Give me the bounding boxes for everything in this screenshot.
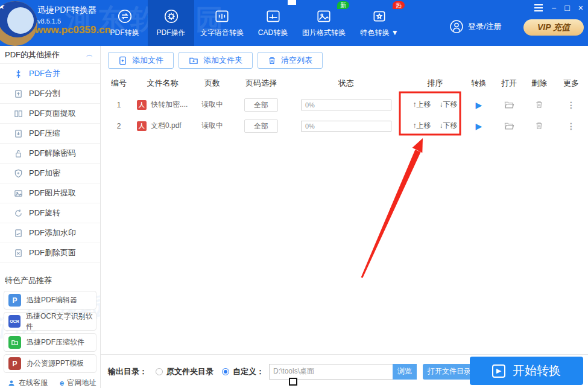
sidebar-item-pdf-encrypt[interactable]: PDF加密 — [0, 164, 100, 183]
sidebar-group-header[interactable]: PDF的其他操作 ︿ — [0, 46, 100, 64]
convert-play-button[interactable]: ▶ — [464, 100, 494, 110]
merge-icon — [13, 69, 23, 78]
sidebar-item-pdf-watermark[interactable]: PDF添加水印 — [0, 223, 100, 243]
sidebar-item-pdf-remove-password[interactable]: PDF解除密码 — [0, 144, 100, 164]
radio-custom[interactable] — [222, 368, 229, 375]
online-support-link[interactable]: 在线客服 — [7, 378, 48, 388]
output-path-input[interactable] — [269, 364, 393, 380]
split-icon — [13, 89, 23, 98]
user-icon — [449, 19, 464, 34]
star-icon — [371, 8, 387, 24]
file-name: 快转加密.... — [151, 100, 188, 110]
table-row: 2 人 文档0.pdf 读取中 全部 0% ↑上移 ↓下移 ▶ ⋮ — [101, 115, 588, 136]
file-name-cell: 人 快转加密.... — [137, 100, 188, 110]
login-register-link[interactable]: 登录/注册 — [449, 19, 502, 34]
ocr-icon: OCR — [8, 315, 21, 328]
add-file-button[interactable]: 添加文件 — [108, 52, 174, 69]
col-header: 编号 — [101, 78, 137, 89]
ppt-icon: P — [8, 357, 21, 370]
official-site-link[interactable]: e 官网地址 — [60, 378, 96, 388]
open-folder-icon[interactable] — [494, 101, 524, 109]
app-title: 迅捷PDF转换器 — [37, 5, 96, 16]
menu-icon[interactable] — [534, 4, 543, 11]
tab-label: PDF转换 — [110, 28, 139, 38]
start-convert-button[interactable]: ▶ 开始转换 — [470, 357, 583, 385]
page-count: 读取中 — [188, 100, 236, 110]
sidebar-item-label: PDF页面提取 — [29, 108, 76, 119]
product-label: 迅捷PDF编辑器 — [27, 295, 77, 305]
convert-play-button[interactable]: ▶ — [464, 121, 494, 131]
col-header: 更多 — [554, 78, 588, 89]
file-plus-icon — [118, 56, 127, 65]
picture-icon — [13, 188, 23, 198]
clear-list-button[interactable]: 清空列表 — [258, 52, 323, 69]
product-pdf-editor[interactable]: P 迅捷PDF编辑器 — [4, 291, 96, 310]
add-folder-button[interactable]: 添加文件夹 — [179, 52, 253, 69]
sidebar-item-pdf-image-extract[interactable]: PDF图片提取 — [0, 183, 100, 203]
tab-label: 图片格式转换 — [302, 28, 346, 38]
screenshot-artifact — [289, 378, 297, 386]
play-square-icon: ▶ — [492, 364, 505, 378]
radio-custom-label[interactable]: 自定义： — [233, 366, 264, 377]
app-titlebox: 迅捷PDF转换器 v8.5.1.5 — [37, 5, 96, 25]
sidebar-item-pdf-merge[interactable]: PDF合并 — [0, 64, 100, 84]
button-label: 清空列表 — [281, 55, 312, 66]
sidebar-item-label: PDF加密 — [29, 168, 60, 179]
vip-recharge-button[interactable]: VIP 充值 — [523, 19, 584, 36]
tab-image-format[interactable]: 新 图片格式转换 — [296, 0, 352, 46]
sidebar-item-label: PDF删除页面 — [29, 247, 76, 258]
move-up-button[interactable]: ↑上移 — [413, 121, 431, 131]
col-header: 文件名称 — [137, 78, 188, 89]
tab-pdf-operate[interactable]: PDF操作 — [148, 0, 194, 46]
tab-special-convert[interactable]: 热 特色转换 ▼ — [352, 0, 407, 46]
tab-label: PDF操作 — [157, 28, 186, 38]
radio-original-label[interactable]: 原文件夹目录 — [166, 366, 213, 377]
col-header: 打开 — [494, 78, 524, 89]
progress-bar: 0% — [301, 121, 391, 132]
pdf-file-icon: 人 — [137, 121, 147, 131]
sidebar-item-pdf-rotate[interactable]: PDF旋转 — [0, 203, 100, 223]
col-header: 删除 — [524, 78, 554, 89]
move-down-button[interactable]: ↓下移 — [440, 121, 458, 131]
col-header: 页数 — [188, 78, 236, 89]
col-header: 转换 — [464, 78, 494, 89]
sidebar-footer: 在线客服 e 官网地址 — [0, 378, 100, 388]
delete-row-icon[interactable] — [524, 121, 554, 130]
table-row: 1 人 快转加密.... 读取中 全部 0% ↑上移 ↓下移 ▶ ⋮ — [101, 94, 588, 115]
open-folder-icon[interactable] — [494, 122, 524, 130]
row-number: 2 — [101, 122, 137, 130]
maximize-button[interactable]: □ — [564, 2, 569, 13]
more-options-button[interactable]: ⋮ — [554, 121, 588, 131]
product-pdf-compressor[interactable]: 迅捷PDF压缩软件 — [4, 333, 96, 352]
delete-row-icon[interactable] — [524, 100, 554, 109]
tab-cad-convert[interactable]: CAD转换 — [250, 0, 296, 46]
delete-page-icon — [13, 248, 23, 258]
pdf-file-icon: 人 — [137, 100, 147, 110]
start-label: 开始转换 — [513, 363, 561, 379]
sidebar-item-pdf-page-extract[interactable]: PDF页面提取 — [0, 104, 100, 124]
sidebar-item-pdf-split[interactable]: PDF分割 — [0, 84, 100, 104]
more-options-button[interactable]: ⋮ — [554, 100, 588, 110]
product-ocr-software[interactable]: OCR 迅捷OCR文字识别软件 — [4, 312, 96, 331]
move-up-button[interactable]: ↑上移 — [413, 100, 431, 110]
tab-text-speech[interactable]: 文字语音转换 — [194, 0, 250, 46]
extract-icon — [13, 109, 23, 118]
open-directory-button[interactable]: 打开文件目录 — [423, 364, 476, 380]
sidebar-item-pdf-compress[interactable]: PDF压缩 — [0, 124, 100, 144]
output-bar: 输出目录： 原文件夹目录 自定义： 浏览 打开文件目录 ▶ 开始转换 — [101, 354, 588, 388]
output-dir-label: 输出目录： — [108, 366, 147, 377]
page-select-button[interactable]: 全部 — [244, 98, 278, 112]
minimize-button[interactable]: − — [551, 2, 556, 13]
main-nav-tabs: PDF转换 PDF操作 文字语音转换 CAD转换 — [101, 0, 407, 46]
page-select-button[interactable]: 全部 — [244, 119, 278, 133]
radio-original-folder[interactable] — [156, 368, 163, 375]
progress-bar: 0% — [301, 100, 391, 110]
move-down-button[interactable]: ↓下移 — [440, 100, 458, 110]
browse-button[interactable]: 浏览 — [393, 364, 417, 380]
product-ppt-templates[interactable]: P 办公资源PPT模板 — [4, 354, 96, 373]
button-label: 添加文件夹 — [203, 55, 242, 66]
close-button[interactable]: × — [578, 2, 583, 13]
sidebar-item-pdf-delete-page[interactable]: PDF删除页面 — [0, 243, 100, 263]
sidebar-item-label: PDF分割 — [29, 88, 60, 99]
tab-pdf-convert[interactable]: PDF转换 — [101, 0, 148, 46]
